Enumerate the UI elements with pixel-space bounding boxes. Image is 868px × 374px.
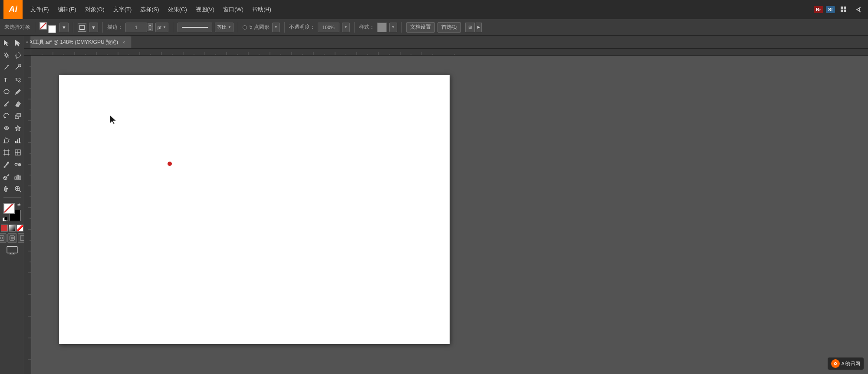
shape-options[interactable]	[78, 23, 86, 32]
dot-dropdown[interactable]: ▼	[272, 23, 280, 32]
stroke-up[interactable]: ▲	[148, 23, 153, 27]
watermark: ✿ AI资讯网	[828, 357, 864, 370]
tab-close-button[interactable]: ×	[121, 40, 127, 46]
svg-point-24	[4, 105, 6, 106]
share-icon[interactable]	[852, 3, 865, 16]
swap-colors-button[interactable]: ⇄	[16, 202, 22, 207]
pen-tools-row	[0, 62, 24, 73]
symbol-sprayer-tool[interactable]	[1, 171, 12, 182]
foreground-color-swatch[interactable]	[3, 203, 15, 214]
svg-line-58	[19, 190, 21, 192]
artboard-tool[interactable]	[1, 147, 12, 158]
stroke-line-selector[interactable]	[178, 23, 212, 32]
color-fill-button[interactable]	[1, 225, 8, 232]
svg-rect-70	[7, 246, 17, 253]
column-graph-tool[interactable]	[12, 171, 23, 182]
menu-effect[interactable]: 效果(C)	[164, 0, 191, 19]
svg-rect-33	[19, 138, 20, 143]
default-colors-button[interactable]	[3, 217, 8, 222]
menu-file[interactable]: 文件(F)	[26, 0, 53, 19]
scale-tool[interactable]	[12, 110, 23, 122]
stroke-label: 描边：	[107, 23, 123, 31]
bar-chart-tool[interactable]	[12, 135, 23, 146]
eraser-tool[interactable]	[12, 98, 23, 109]
lasso-tool[interactable]	[12, 50, 23, 61]
puppet-warp-tool[interactable]	[12, 122, 23, 134]
selection-tool[interactable]	[1, 37, 12, 49]
shape-dropdown[interactable]: ▼	[89, 23, 98, 32]
doc-settings-button[interactable]: 文档设置	[406, 22, 435, 33]
change-screen-mode-1[interactable]	[0, 233, 7, 243]
paintbrush-tool[interactable]	[1, 98, 12, 109]
separator-4	[173, 22, 173, 33]
direct-selection-tool[interactable]	[12, 37, 23, 49]
fill-color-box[interactable]	[39, 22, 47, 30]
gradient-button[interactable]	[9, 225, 16, 232]
hand-tool[interactable]	[1, 183, 12, 195]
menu-help[interactable]: 帮助(H)	[248, 0, 276, 19]
collapse-arrow-icon: «	[26, 40, 28, 44]
type-tool[interactable]: T	[1, 74, 12, 85]
warp-tools-row	[0, 122, 24, 134]
active-tab[interactable]: AI工具.ai* @ 148% (CMYK/GPU 预览) ×	[24, 36, 132, 48]
zoom-tool[interactable]	[12, 183, 23, 195]
fill-dropdown[interactable]: ▼	[59, 23, 69, 32]
stroke-style-dropdown[interactable]: 等比 ▼	[215, 23, 233, 32]
pencil-tool[interactable]	[12, 86, 23, 97]
style-preview[interactable]	[377, 23, 387, 32]
style-dropdown[interactable]: ▼	[389, 23, 397, 32]
pen-tool[interactable]	[1, 62, 12, 73]
blend-tool[interactable]	[12, 159, 23, 170]
stroke-width-input[interactable]: 1	[125, 23, 147, 32]
canvas-area[interactable]	[24, 49, 868, 374]
opacity-input[interactable]: 100%	[318, 23, 339, 32]
opacity-label: 不透明度：	[289, 23, 315, 31]
stroke-unit-dropdown[interactable]: pt ▼	[155, 23, 168, 32]
svg-rect-35	[4, 150, 9, 155]
arrange-button[interactable]: ⊞	[465, 23, 475, 32]
menu-right-area: Br St	[814, 3, 865, 16]
eyedropper-tool[interactable]	[1, 159, 12, 170]
svg-rect-2	[841, 10, 843, 12]
stroke-down[interactable]: ▼	[148, 27, 153, 31]
symbol-tools-row	[0, 171, 24, 182]
overflow-button[interactable]: ▶	[476, 23, 482, 32]
bridge-badge[interactable]: Br	[814, 6, 823, 13]
opacity-dropdown[interactable]: ▼	[342, 23, 350, 32]
workspace-switcher[interactable]	[838, 3, 850, 16]
magic-wand-tool[interactable]	[1, 50, 12, 61]
menu-edit[interactable]: 编辑(E)	[53, 0, 81, 19]
svg-rect-32	[17, 139, 18, 143]
svg-point-68	[0, 237, 3, 239]
tab-title: AI工具.ai* @ 148% (CMYK/GPU 预览)	[29, 39, 118, 46]
anchor-tool[interactable]	[12, 62, 23, 73]
menu-select[interactable]: 选择(S)	[136, 0, 163, 19]
stroke-style-label: 等比	[217, 24, 227, 30]
stroke-color-box[interactable]	[48, 25, 56, 33]
no-selection-label: 未选择对象	[4, 23, 30, 31]
preferences-button[interactable]: 首选项	[437, 22, 461, 33]
menu-window[interactable]: 窗口(W)	[219, 0, 248, 19]
svg-rect-55	[17, 175, 19, 179]
separator-2	[73, 22, 73, 33]
menu-view[interactable]: 视图(V)	[191, 0, 219, 19]
change-screen-mode-2[interactable]	[7, 233, 17, 243]
panel-collapse-button[interactable]: «	[24, 36, 30, 49]
dot-size-label: 5 点圆形	[250, 23, 270, 31]
ellipse-tool[interactable]	[1, 86, 12, 97]
menu-object[interactable]: 对象(O)	[81, 0, 109, 19]
svg-line-15	[16, 57, 17, 59]
menu-text[interactable]: 文字(T)	[109, 0, 136, 19]
type-special-tool[interactable]: T	[12, 74, 23, 85]
mesh-tool[interactable]	[12, 147, 23, 158]
free-transform-tool[interactable]	[1, 135, 12, 146]
stock-badge[interactable]: St	[826, 6, 835, 13]
rotate-tool[interactable]	[1, 110, 12, 122]
dot-indicator[interactable]	[243, 25, 247, 30]
svg-point-47	[4, 166, 5, 168]
no-color-button[interactable]	[16, 225, 23, 232]
warp-tool[interactable]	[1, 122, 12, 134]
stroke-line-preview	[182, 27, 208, 28]
watermark-text: AI资讯网	[842, 361, 860, 367]
svg-rect-3	[844, 10, 846, 12]
